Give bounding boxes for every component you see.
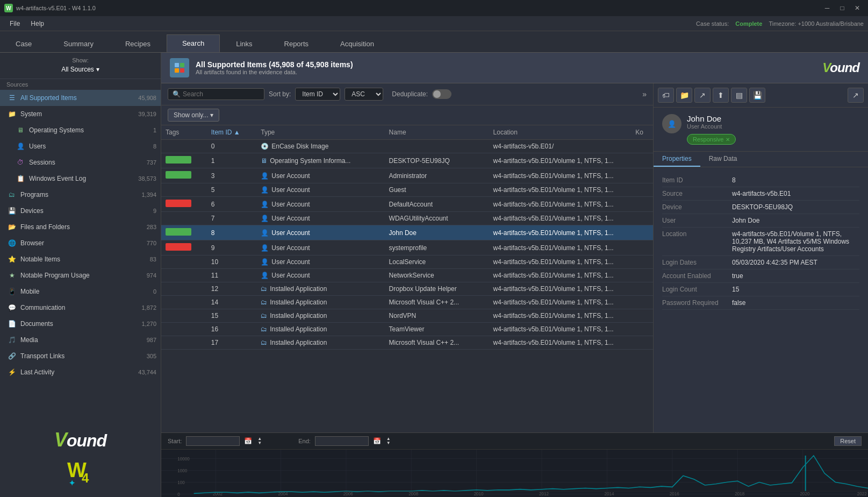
table-row[interactable]: 0💿 EnCase Disk Imagew4-artifacts-v5b.E01… (161, 140, 653, 153)
tag-button[interactable]: 🏷 (658, 88, 674, 103)
sidebar-item-operating-systems[interactable]: 🖥Operating Systems1 (0, 122, 161, 138)
calendar-icon-end[interactable]: 📅 (373, 437, 381, 445)
filter-button[interactable]: ▤ (731, 88, 747, 103)
col-location[interactable]: Location (489, 125, 632, 140)
cell-tag (161, 296, 207, 309)
tab-search[interactable]: Search (167, 34, 220, 52)
header-vound-logo: Vound (822, 60, 859, 75)
cell-item-id: 12 (207, 282, 257, 296)
col-type[interactable]: Type (256, 125, 384, 140)
sidebar-item-last-activity[interactable]: ⚡Last Activity43,744 (0, 364, 161, 380)
sidebar-item-programs[interactable]: 🗂Programs1,394 (0, 187, 161, 203)
sidebar-item-windows-event-log[interactable]: 📋Windows Event Log38,573 (0, 171, 161, 187)
table-row[interactable]: 12🗂 Installed ApplicationDropbox Update … (161, 282, 653, 296)
table-row[interactable]: 17🗂 Installed ApplicationMicrosoft Visua… (161, 336, 653, 350)
calendar-icon-start[interactable]: 📅 (244, 437, 252, 445)
menu-help[interactable]: Help (25, 18, 49, 30)
sidebar-item-files-folders[interactable]: 📂Files and Folders283 (0, 219, 161, 235)
table-row[interactable]: 8👤 User AccountJohn Doew4-artifacts-v5b.… (161, 225, 653, 240)
table-row[interactable]: 10👤 User AccountLocalServicew4-artifacts… (161, 255, 653, 269)
menu-file[interactable]: File (4, 18, 25, 30)
sidebar-item-communication[interactable]: 💬Communication1,872 (0, 300, 161, 316)
sort-by-select[interactable]: Item IDNameTypeLocation (295, 88, 340, 101)
cell-type: 👤 User Account (256, 183, 384, 197)
cell-tag (161, 240, 207, 255)
detail-tab-properties[interactable]: Properties (654, 152, 700, 167)
maximize-button[interactable]: □ (836, 3, 849, 13)
sidebar-item-browser[interactable]: 🌐Browser770 (0, 235, 161, 251)
search-toolbar: 🔍 Sort by: Item IDNameTypeLocation ASCDE… (161, 83, 653, 105)
content-header-text: All Supported Items (45,908 of 45,908 it… (196, 60, 353, 75)
col-name[interactable]: Name (385, 125, 489, 140)
sidebar-item-sessions[interactable]: ⏱Sessions737 (0, 154, 161, 171)
svg-text:1000: 1000 (177, 467, 187, 473)
sidebar-item-notable-program[interactable]: ★Notable Program Usage974 (0, 267, 161, 283)
table-row[interactable]: 3👤 User AccountAdministratorw4-artifacts… (161, 168, 653, 183)
cell-tag (161, 255, 207, 269)
show-only-button[interactable]: Show only... ▾ (168, 109, 219, 122)
tab-links[interactable]: Links (220, 35, 268, 52)
end-spinners[interactable]: ▲ ▼ (386, 437, 391, 445)
expand-button[interactable]: » (642, 90, 647, 98)
table-row[interactable]: 1🖥 Operating System Informa...DESKTOP-5E… (161, 153, 653, 168)
table-row[interactable]: 9👤 User Accountsystemprofilew4-artifacts… (161, 240, 653, 255)
col-item-id[interactable]: Item ID ▲ (207, 125, 257, 140)
cell-name: Microsoft Visual C++ 2... (385, 296, 489, 309)
table-row[interactable]: 14🗂 Installed ApplicationMicrosoft Visua… (161, 296, 653, 309)
cell-item-id: 1 (207, 153, 257, 168)
export-button[interactable]: ↗ (694, 88, 711, 103)
w4-logo-icon: W 4 ✦ (64, 455, 97, 487)
media-icon: 🎵 (6, 335, 17, 345)
tab-acquisition[interactable]: Acquisition (325, 35, 390, 52)
sidebar-item-system[interactable]: 📁System39,319 (0, 106, 161, 122)
sidebar-item-transport-links[interactable]: 🔗Transport Links305 (0, 348, 161, 364)
doc-icon: 📄 (6, 318, 17, 329)
table-row[interactable]: 7👤 User AccountWDAGUtilityAccountw4-arti… (161, 212, 653, 225)
sidebar-all-sources[interactable]: All Sources ▾ (0, 66, 161, 76)
search-box[interactable]: 🔍 (168, 88, 264, 100)
sidebar-item-documents[interactable]: 📄Documents1,270 (0, 316, 161, 332)
show-only-chevron: ▾ (210, 111, 213, 119)
folder-button[interactable]: 📁 (676, 88, 692, 103)
cell-item-id: 3 (207, 168, 257, 183)
sidebar-item-mobile[interactable]: 📱Mobile0 (0, 283, 161, 300)
up-button[interactable]: ⬆ (713, 88, 729, 103)
sidebar-item-users[interactable]: 👤Users8 (0, 138, 161, 154)
content-subtitle: All artifacts found in the evidence data… (196, 69, 353, 75)
minimize-button[interactable]: ─ (821, 3, 834, 13)
vound-logo-v: V (54, 429, 67, 451)
table-row[interactable]: 16🗂 Installed ApplicationTeamViewerw4-ar… (161, 323, 653, 336)
sidebar-item-all-supported[interactable]: ☰All Supported Items45,908 (0, 90, 161, 106)
table-row[interactable]: 6👤 User AccountDefaultAccountw4-artifact… (161, 197, 653, 212)
tab-recipes[interactable]: Recipes (110, 35, 166, 52)
sidebar-item-notable-items[interactable]: ⭐Notable Items83 (0, 251, 161, 267)
cell-item-id: 0 (207, 140, 257, 153)
close-button[interactable]: ✕ (851, 3, 864, 13)
save-button[interactable]: 💾 (749, 88, 765, 103)
search-input[interactable] (183, 90, 258, 98)
table-row[interactable]: 11👤 User AccountNetworkServicew4-artifac… (161, 269, 653, 282)
timeline-reset-button[interactable]: Reset (834, 436, 862, 446)
sidebar-item-count: 974 (147, 272, 156, 279)
type-icon: 🖥 (261, 157, 267, 165)
table-row[interactable]: 15🗂 Installed ApplicationNordVPNw4-artif… (161, 309, 653, 323)
responsive-close-icon[interactable]: ✕ (726, 137, 730, 143)
tab-summary[interactable]: Summary (48, 35, 109, 52)
start-date-input[interactable] (186, 436, 240, 446)
responsive-badge[interactable]: Responsive ✕ (687, 134, 736, 145)
case-status-value: Complete (735, 20, 762, 27)
detail-expand-button[interactable]: ↗ (848, 88, 864, 103)
prop-row: DeviceDESKTOP-5EU98JQ (662, 201, 859, 214)
sidebar-item-devices[interactable]: 💾Devices9 (0, 203, 161, 219)
start-spinners[interactable]: ▲ ▼ (257, 437, 262, 445)
end-date-input[interactable] (315, 436, 369, 446)
table-row[interactable]: 5👤 User AccountGuestw4-artifacts-v5b.E01… (161, 183, 653, 197)
sort-order-select[interactable]: ASCDESC (345, 88, 383, 101)
sidebar-item-media[interactable]: 🎵Media987 (0, 332, 161, 348)
detail-tab-raw-data[interactable]: Raw Data (700, 152, 746, 167)
tab-case[interactable]: Case (0, 35, 47, 52)
tab-reports[interactable]: Reports (269, 35, 325, 52)
dedup-toggle[interactable] (432, 89, 451, 99)
detail-info: John Doe User Account Responsive ✕ (687, 114, 736, 145)
star-icon: ⭐ (6, 254, 17, 265)
